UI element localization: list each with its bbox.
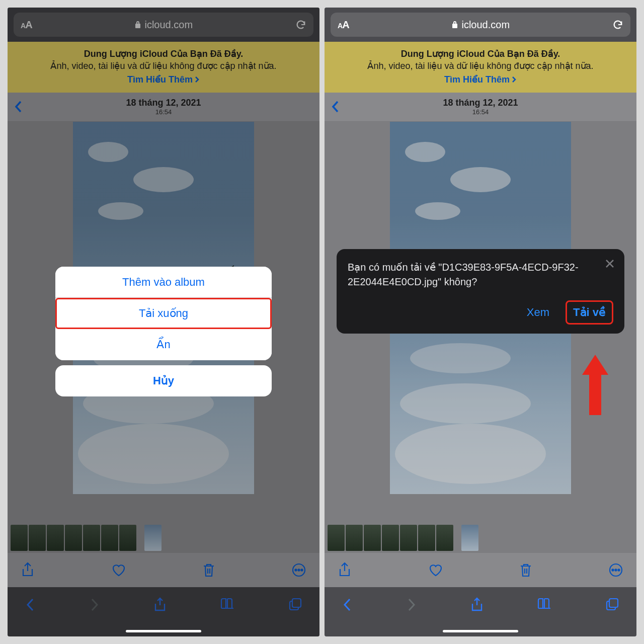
tabs-icon[interactable]: [288, 597, 302, 611]
banner-learn-more-link[interactable]: Tìm Hiểu Thêm: [127, 73, 200, 86]
photo-date: 18 tháng 12, 2021: [8, 98, 319, 108]
close-icon[interactable]: [604, 258, 615, 269]
svg-point-2: [298, 569, 299, 571]
home-indicator: [443, 630, 518, 632]
thumb[interactable]: [29, 525, 46, 551]
nav-forward-icon: [89, 597, 100, 612]
banner-subtitle: Ảnh, video, tài liệu và dữ liệu không đư…: [18, 60, 309, 72]
nav-share-icon[interactable]: [470, 597, 484, 612]
photo-time: 16:54: [325, 108, 636, 116]
svg-point-3: [301, 569, 302, 571]
thumb[interactable]: [65, 525, 82, 551]
thumbnail-strip[interactable]: [325, 523, 636, 553]
bookmarks-icon[interactable]: [220, 597, 235, 610]
banner-title: Dung Lượng iCloud Của Bạn Đã Đầy.: [335, 48, 626, 60]
sheet-cancel[interactable]: Hủy: [55, 365, 272, 396]
thumb[interactable]: [418, 525, 435, 551]
thumb[interactable]: [328, 525, 345, 551]
nav-forward-icon: [406, 597, 417, 612]
browser-address-bar: AA icloud.com: [325, 8, 636, 42]
thumb-selected[interactable]: [461, 525, 478, 551]
address-field[interactable]: AA icloud.com: [14, 13, 313, 37]
svg-rect-9: [609, 599, 618, 607]
tabs-icon[interactable]: [605, 597, 619, 611]
phone-left: AA icloud.com Dung Lượng iCloud Của Bạn …: [8, 8, 319, 636]
lock-icon: [134, 20, 141, 29]
photo-header: 18 tháng 12, 2021 16:54: [8, 93, 319, 122]
trash-icon[interactable]: [519, 562, 532, 578]
sheet-add-to-album[interactable]: Thêm vào album: [55, 267, 272, 298]
photo-header: 18 tháng 12, 2021 16:54: [325, 93, 636, 122]
thumb[interactable]: [47, 525, 64, 551]
download-message: Bạn có muốn tải về "D1C39E83-9F5A-4ECD-9…: [348, 260, 613, 289]
svg-point-8: [618, 569, 619, 571]
photo-date: 18 tháng 12, 2021: [325, 98, 636, 108]
browser-address-bar: AA icloud.com: [8, 8, 319, 42]
sheet-hide[interactable]: Ẩn: [55, 329, 272, 360]
photo-time: 16:54: [8, 108, 319, 116]
view-button[interactable]: Xem: [521, 302, 555, 323]
domain-text: icloud.com: [144, 19, 193, 31]
thumb[interactable]: [364, 525, 381, 551]
sheet-download[interactable]: Tải xuống: [55, 298, 272, 329]
thumb[interactable]: [346, 525, 363, 551]
lock-icon: [451, 20, 458, 29]
more-icon[interactable]: [608, 562, 623, 578]
svg-point-7: [615, 569, 616, 571]
bookmarks-icon[interactable]: [537, 597, 552, 610]
reload-icon[interactable]: [295, 19, 306, 30]
banner-title: Dung Lượng iCloud Của Bạn Đã Đầy.: [18, 48, 309, 60]
phone-right: AA icloud.com Dung Lượng iCloud Của Bạn …: [325, 8, 636, 636]
thumb[interactable]: [436, 525, 453, 551]
trash-icon[interactable]: [202, 562, 215, 578]
thumb[interactable]: [400, 525, 417, 551]
reload-icon[interactable]: [612, 19, 623, 30]
banner-subtitle: Ảnh, video, tài liệu và dữ liệu không đư…: [335, 60, 626, 72]
safari-bottom-nav: [8, 587, 319, 636]
svg-point-1: [295, 569, 296, 571]
annotation-arrow-icon: [582, 355, 608, 415]
heart-icon[interactable]: [428, 562, 444, 578]
share-icon[interactable]: [338, 562, 352, 578]
text-size-button[interactable]: AA: [338, 19, 349, 31]
download-prompt: Bạn có muốn tải về "D1C39E83-9F5A-4ECD-9…: [337, 249, 624, 334]
nav-back-icon[interactable]: [342, 597, 353, 612]
safari-bottom-nav: [325, 587, 636, 636]
heart-icon[interactable]: [111, 562, 127, 578]
thumb[interactable]: [11, 525, 28, 551]
thumb[interactable]: [101, 525, 118, 551]
back-button[interactable]: [331, 100, 340, 114]
action-sheet: Thêm vào album Tải xuống Ẩn Hủy: [55, 267, 272, 396]
photo-action-bar: [8, 553, 319, 587]
svg-point-6: [612, 569, 613, 571]
domain-text: icloud.com: [461, 19, 510, 31]
svg-rect-4: [292, 599, 301, 607]
more-icon[interactable]: [291, 562, 306, 578]
photo-action-bar: [325, 553, 636, 587]
home-indicator: [126, 630, 201, 632]
share-icon[interactable]: [21, 562, 35, 578]
storage-full-banner: Dung Lượng iCloud Của Bạn Đã Đầy. Ảnh, v…: [8, 42, 319, 93]
address-field[interactable]: AA icloud.com: [331, 13, 630, 37]
nav-back-icon[interactable]: [25, 597, 36, 612]
thumb[interactable]: [119, 525, 136, 551]
thumbnail-strip[interactable]: [8, 523, 319, 553]
banner-learn-more-link[interactable]: Tìm Hiểu Thêm: [444, 73, 517, 86]
nav-share-icon[interactable]: [153, 597, 167, 612]
back-button[interactable]: [14, 100, 23, 114]
thumb-selected[interactable]: [144, 525, 162, 551]
download-button[interactable]: Tải về: [566, 300, 613, 325]
storage-full-banner: Dung Lượng iCloud Của Bạn Đã Đầy. Ảnh, v…: [325, 42, 636, 93]
thumb[interactable]: [382, 525, 399, 551]
thumb[interactable]: [83, 525, 100, 551]
text-size-button[interactable]: AA: [21, 19, 32, 31]
